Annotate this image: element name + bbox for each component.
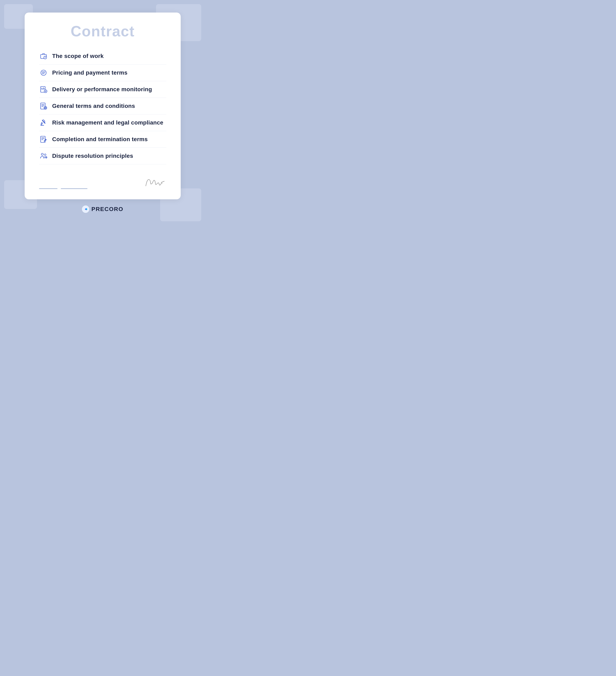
list-item: Risk management and legal compliance — [39, 114, 166, 131]
pricing-icon — [39, 68, 48, 77]
contract-card: Contract The scope of work — [25, 12, 181, 199]
list-item: The scope of work — [39, 48, 166, 64]
svg-point-30 — [44, 154, 46, 156]
dispute-icon — [39, 152, 48, 161]
signature-lines — [39, 188, 87, 189]
contract-items-list: The scope of work Pricing and payment te… — [39, 48, 166, 164]
signature-svg — [142, 175, 166, 189]
sig-line-short — [39, 188, 58, 189]
branding: PRECORO — [82, 206, 123, 213]
general-icon — [39, 102, 48, 111]
pricing-label: Pricing and payment terms — [52, 69, 127, 76]
signature-area — [39, 173, 166, 189]
svg-point-29 — [41, 153, 43, 155]
svg-line-33 — [161, 181, 164, 182]
sig-line-long — [61, 188, 87, 189]
delivery-icon — [39, 85, 48, 94]
delivery-label: Delivery or performance monitoring — [52, 86, 152, 93]
list-item: General terms and conditions — [39, 98, 166, 114]
scope-icon — [39, 52, 48, 61]
svg-line-28 — [45, 139, 46, 140]
svg-point-31 — [45, 157, 47, 158]
brand-name: PRECORO — [91, 206, 123, 213]
completion-icon — [39, 135, 48, 144]
svg-point-35 — [86, 209, 87, 210]
scope-label: The scope of work — [52, 53, 104, 59]
risk-label: Risk management and legal compliance — [52, 119, 163, 126]
general-label: General terms and conditions — [52, 103, 135, 109]
precoro-logo-icon — [82, 206, 89, 213]
list-item: Delivery or performance monitoring — [39, 81, 166, 98]
risk-icon — [39, 118, 48, 127]
completion-label: Completion and termination terms — [52, 136, 148, 143]
card-title: Contract — [39, 23, 166, 40]
list-item: Dispute resolution principles — [39, 148, 166, 164]
list-item: Pricing and payment terms — [39, 64, 166, 81]
dispute-label: Dispute resolution principles — [52, 153, 133, 159]
list-item: Completion and termination terms — [39, 131, 166, 148]
